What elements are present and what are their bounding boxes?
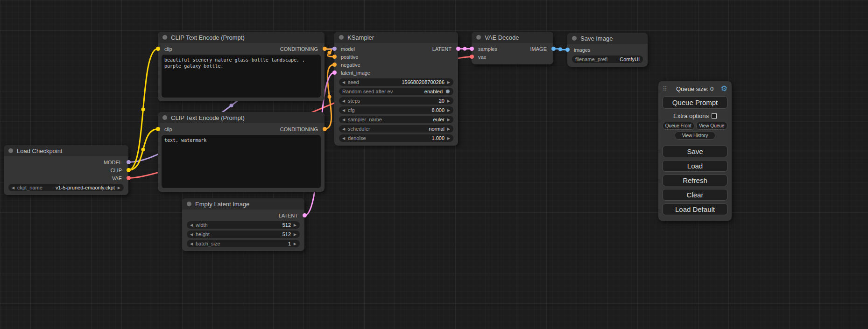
slot-row: clipCONDITIONING [158,45,325,53]
images-input-slot[interactable] [565,48,570,52]
VAE-output-slot[interactable] [127,176,131,180]
widget-value: 1.000 [396,135,445,141]
view-history-button[interactable]: View History [675,132,715,140]
decrement-arrow-icon[interactable]: ◀ [342,108,348,112]
increment-arrow-icon[interactable]: ▶ [445,108,450,112]
settings-gear-icon[interactable]: ⚙ [721,85,727,92]
node-vae-decode[interactable]: VAE DecodesamplesIMAGEvae [472,32,553,64]
decrement-arrow-icon[interactable]: ◀ [190,223,196,227]
widget-batch_size[interactable]: ◀batch_size1▶ [187,240,300,247]
node-clip-encode-1[interactable]: CLIP Text Encode (Prompt)clipCONDITIONIN… [158,32,325,101]
node-title-bar[interactable]: Empty Latent Image [182,198,304,210]
input-slot-label: positive [341,54,358,60]
CONDITIONING-output-slot[interactable] [323,127,327,131]
load-default-button[interactable]: Load Default [663,203,727,215]
clear-button[interactable]: Clear [663,189,727,201]
widget-label: cfg [348,107,396,113]
view-queue-button[interactable]: View Queue [696,122,728,130]
widget-steps[interactable]: ◀steps20▶ [339,97,453,105]
node-graph-canvas[interactable]: ⠿ Queue size: 0 ⚙ Queue Prompt Extra opt… [0,0,868,329]
positive-input-slot[interactable] [332,55,337,59]
queue-front-button[interactable]: Queue Front [663,122,694,130]
refresh-button[interactable]: Refresh [663,175,727,186]
increment-arrow-icon[interactable]: ▶ [445,136,450,140]
node-title-bar[interactable]: KSampler [334,32,458,43]
collapse-dot-icon[interactable] [187,202,191,206]
increment-arrow-icon[interactable]: ▶ [445,118,450,122]
increment-arrow-icon[interactable]: ▶ [445,80,450,84]
node-title-bar[interactable]: CLIP Text Encode (Prompt) [158,32,325,43]
prompt-textarea[interactable] [162,55,321,98]
MODEL-output-slot[interactable] [127,160,131,164]
samples-input-slot[interactable] [470,47,474,51]
increment-arrow-icon[interactable]: ▶ [445,99,450,103]
save-button[interactable]: Save [663,146,727,157]
widget-height[interactable]: ◀height512▶ [187,231,300,238]
node-title: CLIP Text Encode (Prompt) [171,34,245,41]
increment-arrow-icon[interactable]: ▶ [115,186,120,190]
node-title-bar[interactable]: Save Image [567,33,648,44]
decrement-arrow-icon[interactable]: ◀ [342,136,348,140]
collapse-dot-icon[interactable] [572,36,577,41]
vae-input-slot[interactable] [470,55,474,59]
link-midpoint-dot [328,51,332,55]
node-load-checkpoint[interactable]: Load CheckpointMODELCLIPVAE◀ckpt_namev1-… [4,145,128,195]
comfy-menu-panel: ⠿ Queue size: 0 ⚙ Queue Prompt Extra opt… [658,81,732,221]
increment-arrow-icon[interactable]: ▶ [291,232,296,237]
LATENT-output-slot[interactable] [456,47,460,51]
model-input-slot[interactable] [332,47,337,51]
clip-input-slot[interactable] [156,47,160,51]
negative-input-slot[interactable] [332,63,337,67]
widget-scheduler[interactable]: ◀schedulernormal▶ [339,125,453,133]
slot-row: MODEL [4,158,128,166]
increment-arrow-icon[interactable]: ▶ [291,223,296,227]
decrement-arrow-icon[interactable]: ◀ [342,80,348,84]
node-body: samplesIMAGEvae [472,43,553,64]
decrement-arrow-icon[interactable]: ◀ [342,99,348,103]
node-title-bar[interactable]: VAE Decode [472,32,553,43]
load-button[interactable]: Load [663,160,727,172]
node-ksampler[interactable]: KSamplermodelLATENTpositivenegativelaten… [334,32,458,146]
widget-ckpt_name[interactable]: ◀ckpt_namev1-5-pruned-emaonly.ckpt▶ [8,184,124,191]
widget-denoise[interactable]: ◀denoise1.000▶ [339,134,453,142]
decrement-arrow-icon[interactable]: ◀ [190,242,196,246]
node-body: MODELCLIPVAE◀ckpt_namev1-5-pruned-emaonl… [4,156,128,195]
LATENT-output-slot[interactable] [303,213,307,217]
decrement-arrow-icon[interactable]: ◀ [190,232,196,237]
extra-options-checkbox[interactable] [712,113,717,119]
node-empty-latent[interactable]: Empty Latent ImageLATENT◀width512▶◀heigh… [182,198,304,251]
increment-arrow-icon[interactable]: ▶ [445,127,450,131]
collapse-dot-icon[interactable] [162,35,167,40]
CONDITIONING-output-slot[interactable] [323,47,327,51]
decrement-arrow-icon[interactable]: ◀ [342,127,348,131]
collapse-dot-icon[interactable] [339,35,344,40]
input-slot-label: clip [164,46,172,52]
drag-handle-icon[interactable]: ⠿ [663,85,667,92]
collapse-dot-icon[interactable] [476,35,481,40]
widget-random-seed-after-every-gen[interactable]: Random seed after every genenabled [339,88,453,95]
output-slot-label: VAE [112,175,122,181]
node-clip-encode-2[interactable]: CLIP Text Encode (Prompt)clipCONDITIONIN… [158,112,325,192]
latent_image-input-slot[interactable] [332,70,337,75]
decrement-arrow-icon[interactable]: ◀ [12,186,17,190]
clip-input-slot[interactable] [156,127,160,131]
link-midpoint-dot [558,48,562,51]
prompt-textarea[interactable] [162,135,321,188]
node-title-bar[interactable]: Load Checkpoint [4,145,128,156]
node-title-bar[interactable]: CLIP Text Encode (Prompt) [158,112,325,123]
collapse-dot-icon[interactable] [8,148,13,153]
toggle-knob-icon[interactable] [445,89,450,94]
node-title: VAE Decode [485,34,519,41]
IMAGE-output-slot[interactable] [551,47,556,51]
widget-seed[interactable]: ◀seed156680208700286▶ [339,78,453,86]
collapse-dot-icon[interactable] [162,115,167,120]
queue-prompt-button[interactable]: Queue Prompt [663,96,727,109]
CLIP-output-slot[interactable] [127,168,131,172]
widget-width[interactable]: ◀width512▶ [187,221,300,229]
widget-cfg[interactable]: ◀cfg8.000▶ [339,106,453,114]
node-save-image[interactable]: Save Imageimagesfilename_prefixComfyUI [567,33,648,67]
widget-filename_prefix[interactable]: filename_prefixComfyUI [572,56,643,63]
increment-arrow-icon[interactable]: ▶ [291,242,296,246]
widget-sampler_name[interactable]: ◀sampler_nameeuler▶ [339,116,453,123]
decrement-arrow-icon[interactable]: ◀ [342,118,348,122]
